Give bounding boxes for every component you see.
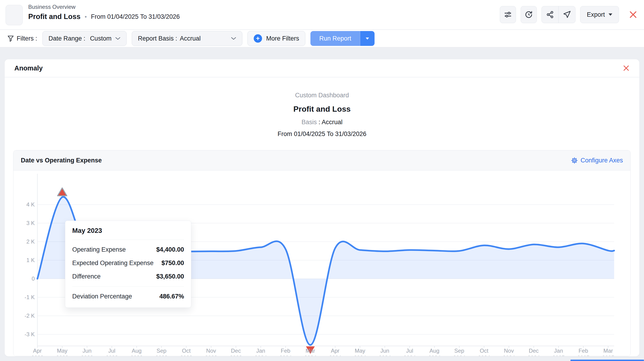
- x-tick-year-label: 2025: [546, 354, 571, 356]
- x-tick-year-label: 2023: [149, 354, 174, 356]
- customize-button[interactable]: [500, 6, 516, 23]
- share-send-group: [542, 6, 576, 23]
- x-tick-year-label: 2023: [99, 354, 124, 356]
- page-title: Profit and Loss: [28, 13, 80, 21]
- y-tick-label: 2 K: [14, 238, 35, 245]
- y-tick-label: 4 K: [14, 201, 35, 208]
- x-tick-year-label: 2023: [174, 354, 199, 356]
- close-icon: [623, 65, 630, 72]
- x-tick-year-label: 2023: [74, 354, 100, 356]
- run-report-label: Run Report: [319, 35, 351, 42]
- share-button[interactable]: [542, 6, 558, 23]
- y-tick-label: -1 K: [14, 294, 35, 301]
- x-tick-year-label: 2024: [397, 354, 422, 356]
- x-tick-month-label: Feb: [570, 347, 596, 354]
- x-tick-month-label: May: [347, 347, 373, 354]
- menu-button[interactable]: [6, 5, 23, 25]
- x-tick-month-label: Dec: [223, 347, 248, 354]
- filters-label: Filters :: [17, 35, 37, 42]
- x-tick-month-label: Mar: [298, 347, 323, 354]
- send-button[interactable]: [558, 6, 575, 23]
- more-filters-label: More Filters: [266, 35, 299, 42]
- title-separator-dot: •: [85, 13, 87, 21]
- chevron-down-icon: [115, 37, 120, 40]
- sliders-icon: [504, 10, 512, 19]
- caret-down-icon: [366, 38, 369, 40]
- x-tick-month-label: Mar: [596, 347, 621, 354]
- tooltip-row: Expected Operating Expense $750.00: [72, 259, 184, 267]
- x-tick-year-label: 2024: [248, 354, 274, 356]
- tooltip-row-value: 486.67%: [159, 293, 184, 300]
- export-label: Export: [587, 11, 605, 18]
- x-tick-year-label: 2023: [223, 354, 248, 356]
- configure-axes-link[interactable]: Configure Axes: [571, 157, 623, 164]
- tooltip-title: May 2023: [72, 227, 184, 240]
- report-title: Profit and Loss: [5, 105, 639, 114]
- y-tick-label: 3 K: [14, 220, 35, 227]
- x-tick-month-label: May: [50, 347, 75, 354]
- header-date-range: From 01/04/2025 To 31/03/2026: [91, 13, 180, 21]
- tooltip-row-label: Deviation Percentage: [72, 293, 132, 300]
- x-tick-year-label: 2024: [298, 354, 323, 356]
- tooltip-row-label: Expected Operating Expense: [72, 259, 154, 267]
- top-header: Business Overview Profit and Loss • From…: [0, 0, 644, 30]
- x-tick-month-label: Feb: [273, 347, 298, 354]
- x-tick-year-label: 2024: [422, 354, 447, 356]
- app-root: Business Overview Profit and Loss • From…: [0, 0, 644, 361]
- horizontal-scrollbar-thumb[interactable]: [570, 359, 644, 361]
- run-report-dropdown-button[interactable]: [360, 31, 374, 46]
- export-button[interactable]: Export: [580, 6, 619, 23]
- tooltip-row: Operating Expense $4,400.00: [72, 246, 184, 253]
- close-report-button[interactable]: [629, 11, 637, 19]
- date-range-dropdown[interactable]: Date Range : Custom: [42, 31, 126, 46]
- x-tick-month-label: Sep: [149, 347, 174, 354]
- refresh-button[interactable]: [520, 6, 537, 23]
- tooltip-row-label: Difference: [72, 273, 101, 280]
- x-tick-year-label: 2023: [25, 354, 50, 356]
- x-tick-month-label: Jul: [99, 347, 124, 354]
- x-tick-year-label: 2025: [570, 354, 596, 356]
- send-icon: [563, 11, 571, 19]
- close-icon: [629, 11, 637, 19]
- plus-icon: +: [254, 34, 262, 43]
- anomaly-panel: Anomaly Custom Dashboard Profit and Loss…: [5, 59, 639, 356]
- more-filters-button[interactable]: + More Filters: [248, 31, 306, 46]
- chart-body: 4 K3 K2 K1 K0-1 K-2 K-3 K Apr2023May2023…: [14, 171, 630, 356]
- x-tick-month-label: Jun: [372, 347, 398, 354]
- tooltip-row-value: $3,650.00: [156, 273, 184, 280]
- configure-axes-label: Configure Axes: [580, 157, 623, 164]
- breadcrumb: Business Overview: [28, 4, 76, 10]
- y-tick-label: 0: [14, 275, 35, 282]
- x-tick-month-label: Oct: [471, 347, 497, 354]
- x-tick-year-label: 2024: [322, 354, 348, 356]
- y-tick-label: -3 K: [14, 331, 35, 338]
- basis-line: Basis : Accrual: [5, 119, 639, 126]
- y-tick-label: 1 K: [14, 257, 35, 264]
- x-tick-month-label: Oct: [174, 347, 199, 354]
- x-tick-year-label: 2024: [372, 354, 398, 356]
- run-report-button[interactable]: Run Report: [310, 31, 360, 46]
- filter-icon: [7, 35, 14, 42]
- x-tick-year-label: 2024: [471, 354, 497, 356]
- x-tick-year-label: 2024: [347, 354, 373, 356]
- x-tick-year-label: 2024: [273, 354, 298, 356]
- panel-close-button[interactable]: [623, 65, 630, 72]
- date-range-label: Date Range :: [48, 35, 86, 42]
- caret-down-icon: [608, 14, 612, 16]
- x-tick-month-label: Jun: [74, 347, 100, 354]
- x-tick-year-label: 2023: [124, 354, 149, 356]
- x-tick-month-label: Jul: [397, 347, 422, 354]
- x-tick-year-label: 2024: [521, 354, 546, 356]
- filter-bar: Filters : Date Range : Custom Report Bas…: [0, 30, 644, 47]
- chart-tooltip: May 2023 Operating Expense $4,400.00 Exp…: [65, 221, 191, 308]
- x-tick-month-label: Aug: [124, 347, 149, 354]
- x-tick-month-label: Dec: [521, 347, 546, 354]
- panel-title: Anomaly: [14, 64, 42, 72]
- report-basis-dropdown[interactable]: Report Basis : Accrual: [132, 31, 242, 46]
- x-tick-month-label: Sep: [446, 347, 472, 354]
- x-tick-month-label: Jan: [248, 347, 274, 354]
- chevron-down-icon: [231, 37, 236, 40]
- share-icon: [546, 11, 554, 19]
- basis-separator: :: [318, 119, 320, 126]
- basis-label: Basis: [302, 119, 317, 126]
